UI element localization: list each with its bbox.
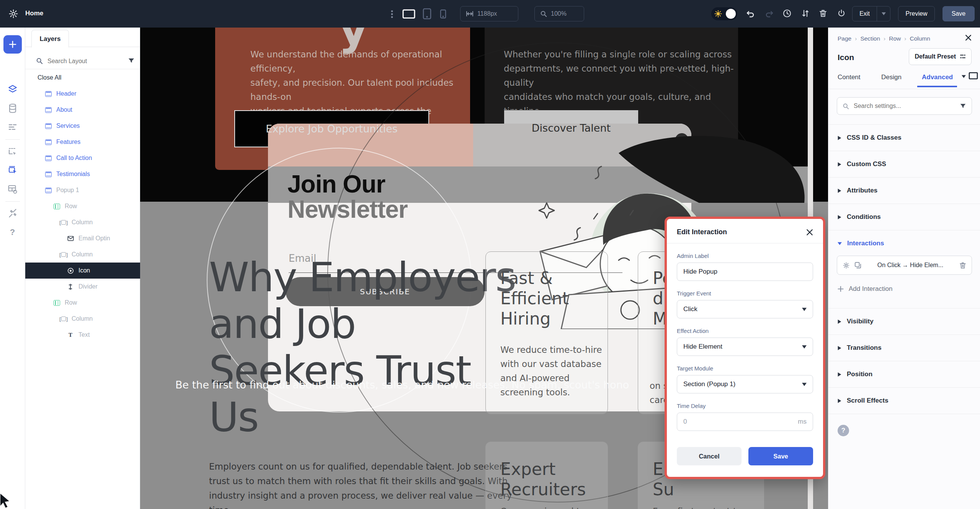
plus-icon [838,286,844,292]
trigger-event-select[interactable]: Click [677,300,813,318]
modal-title: Edit Interaction [677,228,727,236]
layer-row-popup-1[interactable]: Popup 1 [25,182,140,198]
section-icon [45,123,52,129]
tab-design[interactable]: Design [881,73,902,81]
mobile-breakpoint-icon[interactable] [440,9,446,19]
card-body: From first contact to [653,506,742,509]
page-title[interactable]: Home [25,10,43,17]
layer-row-email-optin[interactable]: Email Optin [25,230,140,246]
layers-search-input[interactable] [47,55,121,67]
canvas-zoom-input[interactable]: 100% [534,6,584,21]
import-export-icon[interactable] [801,9,810,18]
modal-close-icon[interactable] [806,229,813,236]
trust-heading: Why Employers and Job Seekers Trust Us [209,254,516,441]
layer-row-call-to-action[interactable]: Call to Action [25,150,140,166]
layer-row-services[interactable]: Services [25,118,140,134]
accordion-interactions-expanded[interactable]: Interactions [828,230,980,256]
settings-search-input[interactable] [853,102,956,110]
icon-element-icon [66,268,75,274]
layers-panel-icon[interactable] [8,84,18,94]
layers-search-icon [36,57,43,64]
sidebar-close-icon[interactable] [965,34,972,41]
exit-button[interactable]: Exit [853,10,877,17]
layer-row-column[interactable]: []Column [25,311,140,327]
accordion-css-id-classes[interactable]: CSS ID & Classes [828,124,980,151]
templates-icon[interactable] [7,184,18,194]
interaction-item-row[interactable]: On Click → Hide Elem... [837,256,972,275]
breadcrumb-column[interactable]: Column [910,35,930,42]
accordion-position[interactable]: Position [828,361,980,387]
effect-action-select[interactable]: Hide Element [677,338,813,356]
accordion-transitions[interactable]: Transitions [828,334,980,361]
target-module-select[interactable]: Section (Popup 1) [677,375,813,393]
tab-content[interactable]: Content [838,73,861,81]
add-element-button[interactable] [3,35,22,54]
settings-search[interactable] [837,97,972,115]
responsive-caret-icon[interactable] [962,75,966,78]
responsive-desktop-icon[interactable] [969,72,978,80]
page-canvas[interactable]: y We understand the demands of operation… [140,28,828,509]
layers-tab[interactable]: Layers [31,30,69,47]
layer-row-icon-selected[interactable]: Icon [25,263,140,279]
undo-icon[interactable] [746,10,755,18]
row-icon [54,300,60,306]
selector-mode-icon[interactable] [8,147,18,157]
target-module-label: Target Module [677,365,813,372]
modal-cancel-button[interactable]: Cancel [677,447,742,465]
layer-row-divider[interactable]: Divider [25,279,140,295]
admin-label-label: Admin Label [677,253,813,259]
layer-row-column[interactable]: []Column [25,214,140,230]
canvas-options-menu-icon[interactable] [390,10,394,18]
section-icon [45,155,52,161]
power-icon[interactable] [837,9,846,18]
layers-filter-icon[interactable] [128,57,135,64]
default-preset-button[interactable]: Default Preset [909,48,972,65]
dynamic-data-icon[interactable] [8,103,17,113]
save-button[interactable]: Save [942,6,975,21]
sidebar-help-icon[interactable]: ? [838,425,849,436]
desktop-breakpoint-icon[interactable] [402,9,416,19]
theme-toggle[interactable] [711,7,737,20]
breadcrumb: Page› Section› Row› Column [838,35,930,42]
layer-row-column[interactable]: []Column [25,246,140,263]
close-all-button[interactable]: Close All [38,74,61,81]
layer-row-testimonials[interactable]: Testimonials [25,166,140,182]
settings-filter-icon[interactable] [960,103,966,109]
tab-advanced[interactable]: Advanced [922,73,953,81]
accordion-conditions[interactable]: Conditions [828,204,980,230]
chevron-down-icon [802,383,807,386]
breadcrumb-section[interactable]: Section [860,35,880,42]
breadcrumb-row[interactable]: Row [889,35,901,42]
modal-save-button[interactable]: Save [748,447,813,465]
canvas-width-input[interactable]: 1188px [460,6,518,21]
redo-icon[interactable] [765,10,774,18]
accordion-scroll-effects[interactable]: Scroll Effects [828,387,980,414]
tools-icon[interactable] [8,209,17,219]
exit-dropdown-caret-icon[interactable] [877,7,890,21]
layer-row-row[interactable]: Row [25,198,140,214]
tablet-breakpoint-icon[interactable] [423,8,431,20]
accordion-attributes[interactable]: Attributes [828,177,980,204]
interaction-mode-icon[interactable] [8,165,18,175]
accordion-visibility[interactable]: Visibility [828,308,980,334]
history-clock-icon[interactable] [782,9,792,18]
interaction-duplicate-icon[interactable] [854,262,861,269]
layer-row-header[interactable]: Header [25,86,140,102]
layer-row-features[interactable]: Features [25,134,140,150]
settings-list-icon[interactable] [8,123,17,131]
interaction-settings-gear-icon[interactable] [843,262,850,269]
time-delay-input[interactable]: 0 ms [677,413,813,431]
trash-icon[interactable] [818,9,828,18]
help-icon[interactable]: ? [10,227,15,237]
layer-row-row[interactable]: Row [25,295,140,311]
breadcrumb-page[interactable]: Page [838,35,851,42]
builder-settings-gear-icon[interactable] [8,9,18,19]
interaction-delete-trash-icon[interactable] [959,262,966,269]
active-tab-underline [917,86,957,87]
layer-row-about[interactable]: About [25,102,140,118]
accordion-custom-css[interactable]: Custom CSS [828,151,980,177]
layer-row-text[interactable]: T Text [25,327,140,343]
add-interaction-button[interactable]: Add Interaction [838,285,892,293]
admin-label-input[interactable] [677,263,813,281]
preview-button[interactable]: Preview [898,6,935,21]
